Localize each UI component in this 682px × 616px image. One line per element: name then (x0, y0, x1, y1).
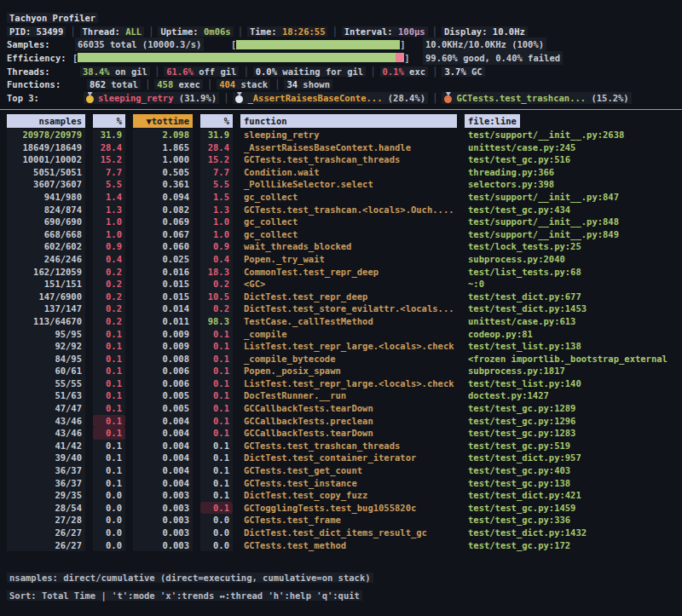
column-header-tottime-sorted[interactable]: ▼tottime (133, 114, 193, 128)
top3-item: GCTests.test_trashcan... (15.2%) (442, 92, 631, 104)
table-row[interactable]: 39/400.10.0040.1DictTest.test_container_… (7, 452, 675, 464)
cell-tottime: 0.006 (133, 365, 193, 377)
cell-file-line: test/test_gc.py:516 (465, 153, 675, 166)
cell-direct-pct: 0.2 (93, 315, 125, 328)
efficiency-line: Efficiency: [] 99.60% good, 0.40% failed (7, 51, 682, 65)
time-label: Time: (250, 26, 282, 37)
efficiency-label: Efficiency: (7, 53, 66, 63)
separator: │ (327, 26, 341, 37)
table-row[interactable]: 3607/36075.50.3615.5_PollLikeSelector.se… (7, 178, 675, 191)
table-row[interactable]: 20978/2097931.92.09831.9sleeping_retryte… (7, 129, 675, 141)
table-row[interactable]: 690/6901.00.0691.0gc_collecttest/support… (7, 216, 675, 228)
cell-file-line: test/test_gc.py:1459 (465, 502, 675, 515)
table-row[interactable]: 147/69000.20.01510.5DictTest.test_repr_d… (7, 291, 675, 303)
cell-file-line: doctest.py:1427 (465, 389, 675, 402)
separator: │ (270, 79, 284, 89)
thread-stat[interactable]: Thread: ALL (80, 26, 145, 37)
table-row[interactable]: 60/610.10.0060.1Popen._posix_spawnsubpro… (7, 365, 675, 377)
table-row[interactable]: 51/630.10.0050.1DocTestRunner.__rundocte… (7, 389, 675, 402)
table-row[interactable]: 43/460.10.0040.1GCCallbackTests.tearDown… (7, 427, 675, 440)
medal-disc (444, 95, 452, 103)
cell-file-line: test/test_gc.py:1283 (465, 427, 675, 440)
column-header-nsamples[interactable]: nsamples (7, 114, 85, 128)
cell-file-line: test/test_dict.py:1453 (465, 302, 675, 315)
table-row[interactable]: 137/1470.20.0140.2DictTest.test_store_ev… (7, 302, 675, 315)
cell-file-line: test/list_tests.py:68 (465, 266, 675, 279)
stat-item: 61.6% off gil (164, 66, 239, 77)
table-row[interactable]: 10001/1000215.21.00015.2GCTests.test_tra… (7, 153, 675, 166)
uptime-label: Uptime: (160, 26, 204, 37)
cell-file-line: threading.py:366 (465, 166, 675, 179)
cell-tottime: 0.011 (133, 315, 193, 328)
table-row[interactable]: 29/350.00.0030.1DictTest.test_copy_fuzzt… (7, 489, 675, 502)
cell-cumulative-pct: 0.1 (200, 489, 233, 502)
cell-direct-pct: 0.1 (93, 389, 125, 402)
cell-direct-pct: 0.1 (93, 365, 125, 377)
table-row[interactable]: 246/2460.40.0250.4Popen._try_waitsubproc… (7, 253, 675, 266)
cell-nsamples: 95/95 (7, 328, 85, 341)
table-row[interactable]: 162/120590.20.01618.3CommonTest.test_rep… (7, 266, 675, 279)
cell-nsamples: 602/602 (7, 240, 85, 253)
silver-medal-icon (235, 92, 243, 104)
table-row[interactable]: 5051/50517.70.5057.7Condition.waitthread… (7, 166, 675, 179)
cell-direct-pct: 0.1 (93, 452, 125, 464)
cell-file-line: test/support/__init__.py:848 (465, 216, 675, 228)
top3-percent: (15.2%) (586, 93, 629, 103)
column-header-function[interactable]: function (240, 114, 457, 128)
cell-cumulative-pct: 0.0 (200, 539, 233, 552)
table-row[interactable]: 26/270.00.0030.0GCTests.test_methodtest/… (7, 539, 675, 552)
table-row[interactable]: 55/550.10.0060.1ListTest.test_repr_large… (7, 377, 675, 390)
cell-direct-pct: 0.1 (93, 340, 125, 353)
cell-cumulative-pct: 0.9 (200, 240, 233, 253)
table-row[interactable]: 602/6020.90.0600.9wait_threads_blockedte… (7, 240, 675, 253)
stat-label: stack (235, 79, 268, 89)
cell-cumulative-pct: 0.2 (200, 302, 233, 315)
cell-function: ListTest.test_repr_large.<locals>.check (240, 377, 457, 390)
column-header-cumulative-pct[interactable]: % (200, 114, 233, 128)
table-row[interactable]: 113/646700.20.01198.3TestCase._callTestM… (7, 315, 675, 328)
table-row[interactable]: 28/540.00.0030.1GCTogglingTests.test_bug… (7, 502, 675, 515)
table-row[interactable]: 36/370.10.0040.1GCTests.test_instancetes… (7, 477, 675, 490)
cell-nsamples: 10001/10002 (7, 153, 85, 166)
table-row[interactable]: 668/6681.00.0671.0gc_collecttest/support… (7, 228, 675, 241)
gold-medal-icon (86, 92, 94, 104)
table-row[interactable]: 84/950.10.0080.1_compile_bytecode<frozen… (7, 353, 675, 366)
cell-direct-pct: 0.1 (93, 402, 125, 415)
cell-cumulative-pct: 0.1 (200, 427, 233, 440)
cell-direct-pct: 0.0 (93, 502, 125, 515)
cell-file-line: test/test_gc.py:172 (465, 539, 675, 552)
cell-function: <GC> (240, 278, 457, 291)
separator: │ (219, 93, 233, 103)
cell-file-line: subprocess.py:1817 (465, 365, 675, 377)
table-row[interactable]: 27/280.00.0030.0GCTests.test_frametest/t… (7, 514, 675, 527)
cell-cumulative-pct: 0.1 (200, 353, 233, 366)
cell-nsamples: 113/64670 (7, 315, 85, 328)
table-row[interactable]: 824/8741.30.0821.3GCTests.test_trashcan.… (7, 204, 675, 216)
cell-function: GCTests.test_method (240, 539, 457, 552)
app-title: Tachyon Profiler (7, 13, 98, 23)
cell-tottime: 0.004 (133, 440, 193, 452)
cell-cumulative-pct: 10.5 (200, 291, 233, 303)
table-row[interactable]: 941/9801.40.0941.5gc_collecttest/support… (7, 191, 675, 204)
column-header-file-line[interactable]: file:line (465, 114, 520, 128)
table-row[interactable]: 151/1510.20.0150.2<GC>~:0 (7, 278, 675, 291)
table-row[interactable]: 47/470.10.0050.1GCCallbackTests.tearDown… (7, 402, 675, 415)
stat-value: 3.7% (444, 66, 465, 77)
table-row[interactable]: 41/420.10.0040.1GCTests.test_trashcan_th… (7, 440, 675, 452)
cell-tottime: 0.067 (133, 228, 193, 241)
table-row[interactable]: 43/460.10.0040.1GCCallbackTests.preclean… (7, 415, 675, 428)
cell-function: _compile_bytecode (240, 353, 457, 366)
cell-nsamples: 147/6900 (7, 291, 85, 303)
column-header-direct-pct[interactable]: % (93, 114, 125, 128)
cell-nsamples: 84/95 (7, 353, 85, 366)
table-row[interactable]: 92/920.10.0090.1ListTest.test_repr_large… (7, 340, 675, 353)
cell-nsamples: 60/61 (7, 365, 85, 377)
display-stat: Display: 10.0Hz (442, 26, 528, 37)
table-row[interactable]: 36/370.10.0040.1GCTests.test_get_countte… (7, 464, 675, 477)
table-row[interactable]: 18649/1864928.41.86528.4_AssertRaisesBas… (7, 141, 675, 154)
table-row[interactable]: 26/270.00.0030.0DictTest.test_dict_items… (7, 527, 675, 539)
table-row[interactable]: 95/950.10.0090.1_compilecodeop.py:81 (7, 328, 675, 341)
cell-tottime: 0.004 (133, 464, 193, 477)
cell-function: _PollLikeSelector.select (240, 178, 457, 191)
cell-function: gc_collect (240, 216, 457, 228)
